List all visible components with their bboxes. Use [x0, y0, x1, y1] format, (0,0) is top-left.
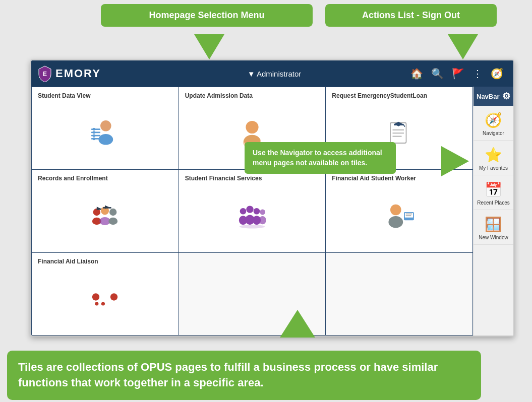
- logo-text: EMORY: [55, 67, 101, 80]
- tile-icon-records: [38, 185, 172, 248]
- bottom-annotation: Tiles are collections of OPUS pages to f…: [7, 351, 481, 400]
- header-icons: 🏠 🔍 🚩 ⋮ 🧭: [410, 68, 503, 80]
- tile-title-records: Records and Enrollment: [38, 175, 172, 182]
- navigator-tooltip-arrow: [441, 146, 469, 176]
- recent-places-label: Recent Places: [477, 200, 509, 206]
- svg-point-9: [93, 134, 95, 137]
- navbar-item-new-window[interactable]: 🪟 New Window: [474, 210, 513, 245]
- new-window-label: New Window: [479, 235, 508, 240]
- svg-text:E: E: [43, 71, 47, 78]
- svg-point-35: [254, 208, 260, 215]
- svg-rect-16: [392, 132, 404, 133]
- tile-empty-2: [326, 253, 472, 335]
- navbar-gear-icon[interactable]: ⚙: [502, 91, 510, 102]
- svg-point-7: [93, 128, 95, 130]
- tile-title-financial: Student Financial Services: [185, 175, 320, 182]
- svg-point-10: [93, 137, 95, 140]
- navigator-icon: 🧭: [485, 112, 502, 128]
- svg-point-29: [109, 209, 116, 216]
- svg-point-41: [388, 216, 403, 228]
- tiles-grid: Student Data View: [31, 87, 473, 336]
- actions-list-bubble: Actions List - Sign Out: [325, 4, 497, 27]
- svg-point-33: [246, 206, 253, 213]
- svg-point-40: [390, 205, 401, 216]
- svg-point-49: [101, 302, 105, 306]
- navbar-item-navigator[interactable]: 🧭 Navigator: [474, 106, 513, 141]
- favorites-icon: ⭐: [485, 147, 502, 163]
- svg-point-39: [240, 225, 265, 228]
- svg-rect-17: [392, 136, 401, 137]
- navbar-label: NavBar: [477, 93, 500, 100]
- recent-places-icon: 📅: [485, 181, 502, 198]
- svg-rect-4: [91, 131, 100, 133]
- tile-title-loan: Request EmergencyStudentLoan: [332, 92, 466, 99]
- homepage-selection-bubble: Homepage Selection Menu: [101, 4, 313, 27]
- tile-financial-liaison[interactable]: Financial Aid Liaison: [32, 253, 179, 335]
- navbar-sidebar: NavBar ⚙ 🧭 Navigator ⭐ My Favorites 📅 Re…: [473, 87, 513, 336]
- compass-icon[interactable]: 🧭: [491, 68, 503, 80]
- search-icon[interactable]: 🔍: [431, 68, 444, 80]
- tile-aid-worker[interactable]: Financial Aid Student Worker: [326, 170, 472, 252]
- svg-point-46: [92, 294, 99, 301]
- svg-rect-6: [91, 138, 100, 140]
- svg-point-38: [259, 216, 266, 224]
- flag-icon[interactable]: 🚩: [452, 68, 464, 80]
- navigator-label: Navigator: [483, 130, 504, 136]
- header-bar: E EMORY ▼ Administrator 🏠 🔍 🚩 ⋮ 🧭: [31, 60, 513, 87]
- tile-financial-services[interactable]: Student Financial Services: [179, 170, 326, 252]
- svg-point-8: [93, 131, 95, 133]
- header-center: ▼ Administrator: [138, 70, 410, 78]
- svg-point-1: [100, 120, 111, 131]
- tile-icon-student: [38, 102, 172, 165]
- navbar-item-favorites[interactable]: ⭐ My Favorites: [474, 141, 513, 175]
- svg-point-47: [110, 294, 117, 301]
- navigator-tooltip: Use the Navigator to access additional m…: [245, 142, 396, 174]
- svg-point-30: [109, 218, 118, 225]
- logo-area: E EMORY: [37, 65, 138, 82]
- tile-title-student-data: Student Data View: [38, 92, 172, 99]
- bottom-arrow-up: [280, 310, 315, 338]
- tile-icon-financial: [185, 185, 320, 248]
- tile-icon-liaison: [38, 268, 172, 331]
- tile-title-liaison: Financial Aid Liaison: [38, 258, 172, 265]
- svg-rect-5: [91, 135, 100, 136]
- emory-shield-icon: E: [37, 65, 52, 82]
- tile-title-admission: Update Admission Data: [185, 92, 320, 99]
- home-icon[interactable]: 🏠: [410, 68, 423, 80]
- svg-point-48: [95, 302, 99, 306]
- svg-point-37: [260, 210, 265, 215]
- svg-rect-15: [392, 129, 404, 130]
- navbar-item-recent-places[interactable]: 📅 Recent Places: [474, 175, 513, 210]
- new-window-icon: 🪟: [485, 216, 502, 233]
- tile-student-data-view[interactable]: Student Data View: [32, 87, 179, 169]
- svg-rect-44: [405, 214, 412, 215]
- svg-point-11: [246, 121, 258, 133]
- more-options-icon[interactable]: ⋮: [472, 68, 483, 80]
- tile-records-enrollment[interactable]: Records and Enrollment: [32, 170, 179, 252]
- app-container: E EMORY ▼ Administrator 🏠 🔍 🚩 ⋮ 🧭 Studen…: [30, 59, 514, 337]
- svg-point-31: [240, 208, 247, 215]
- homepage-arrow-down: [194, 34, 224, 59]
- actions-arrow-down: [448, 34, 478, 59]
- favorites-label: My Favorites: [479, 165, 508, 171]
- admin-menu-button[interactable]: ▼ Administrator: [248, 70, 302, 78]
- svg-point-2: [99, 134, 113, 145]
- svg-rect-3: [91, 128, 100, 130]
- navbar-header: NavBar ⚙: [474, 87, 513, 106]
- content-area: Student Data View: [31, 87, 513, 336]
- tile-icon-aid-worker: [332, 185, 466, 248]
- svg-rect-45: [405, 215, 411, 216]
